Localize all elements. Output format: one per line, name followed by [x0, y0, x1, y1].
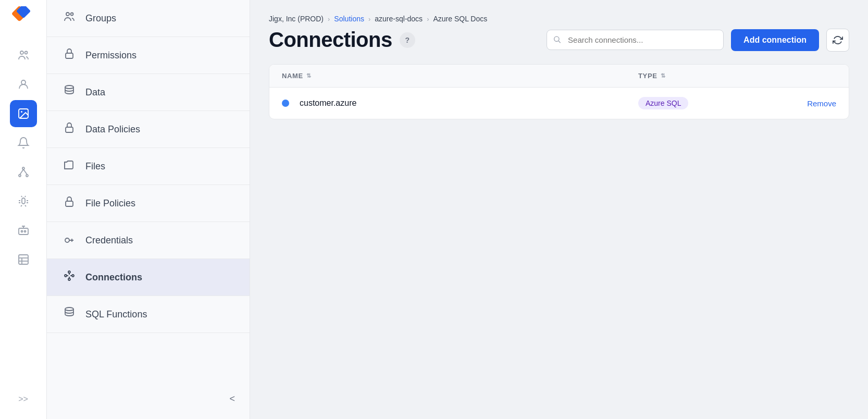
sidebar-item-data-policies[interactable]: Data Policies [47, 111, 250, 148]
bell-icon[interactable] [10, 129, 37, 156]
sidebar-collapse-button[interactable]: < [225, 389, 239, 409]
groups-icon [61, 10, 77, 26]
svg-point-20 [71, 13, 73, 16]
col-name-header[interactable]: NAME ⇅ [282, 72, 638, 80]
sidebar-item-groups[interactable]: Groups [47, 0, 250, 37]
svg-point-26 [65, 275, 67, 277]
users-icon[interactable] [10, 42, 37, 69]
search-icon [553, 35, 561, 45]
file-policies-icon [61, 195, 77, 211]
svg-point-34 [65, 307, 73, 311]
svg-point-22 [65, 85, 73, 89]
svg-point-4 [21, 80, 26, 84]
svg-point-8 [19, 175, 21, 177]
sidebar-item-sql-functions[interactable]: SQL Functions [47, 296, 250, 333]
type-badge: Azure SQL [638, 97, 688, 109]
svg-point-7 [22, 167, 24, 169]
table-row: customer.azure Azure SQL Remove [269, 88, 849, 119]
sidebar: Groups Permissions Data Data Policies [47, 0, 250, 419]
sidebar-data-label: Data [85, 87, 105, 98]
robot-icon[interactable] [10, 217, 37, 244]
page-title: Connections [269, 28, 392, 52]
sidebar-file-policies-label: File Policies [85, 198, 135, 209]
breadcrumb-azure-sql-docs: azure-sql-docs [375, 15, 423, 23]
sidebar-files-label: Files [85, 161, 105, 172]
breadcrumb: Jigx, Inc (PROD) › Solutions › azure-sql… [269, 15, 849, 23]
svg-point-13 [21, 231, 22, 232]
person-icon[interactable] [10, 71, 37, 98]
data-policies-icon [61, 121, 77, 137]
connection-name: customer.azure [300, 98, 356, 108]
name-sort-icon: ⇅ [306, 72, 312, 79]
expand-icon[interactable]: >> [10, 386, 37, 413]
search-box [547, 30, 724, 50]
add-connection-button[interactable]: Add connection [731, 29, 819, 51]
svg-point-9 [26, 175, 28, 177]
svg-line-36 [559, 41, 561, 43]
help-icon[interactable]: ? [400, 32, 415, 48]
svg-point-27 [68, 271, 70, 273]
svg-line-10 [20, 169, 23, 175]
svg-rect-21 [66, 53, 73, 58]
svg-rect-23 [66, 127, 73, 132]
svg-point-6 [21, 111, 22, 113]
sidebar-item-connections[interactable]: Connections [47, 259, 250, 296]
app-logo[interactable] [12, 6, 35, 31]
svg-point-2 [20, 51, 23, 54]
hierarchy-icon[interactable] [10, 158, 37, 186]
connection-type-cell: Azure SQL [638, 97, 774, 109]
search-input[interactable] [547, 30, 724, 50]
permissions-icon [61, 47, 77, 63]
svg-point-19 [66, 13, 69, 16]
image-icon[interactable] [10, 100, 37, 127]
sidebar-groups-label: Groups [85, 13, 116, 24]
svg-point-28 [72, 275, 74, 277]
svg-rect-12 [19, 228, 28, 235]
data-icon [61, 84, 77, 100]
breadcrumb-sep-3: › [427, 15, 429, 23]
connection-status-indicator [282, 100, 289, 107]
table-header: NAME ⇅ TYPE ⇅ [269, 65, 849, 88]
sidebar-item-credentials[interactable]: Credentials [47, 222, 250, 259]
main-content: Jigx, Inc (PROD) › Solutions › azure-sql… [250, 0, 868, 419]
breadcrumb-azure-sql-docs-label: Azure SQL Docs [433, 15, 487, 23]
sidebar-item-file-policies[interactable]: File Policies [47, 185, 250, 222]
col-type-header[interactable]: TYPE ⇅ [638, 72, 774, 80]
sidebar-connections-label: Connections [85, 272, 142, 283]
credentials-icon [61, 232, 77, 248]
table-icon[interactable] [10, 246, 37, 273]
svg-point-25 [65, 238, 69, 242]
svg-line-11 [23, 169, 27, 175]
files-icon [61, 158, 77, 174]
sidebar-item-files[interactable]: Files [47, 148, 250, 185]
sql-functions-icon [61, 306, 77, 322]
svg-point-14 [24, 231, 26, 232]
icon-bar: >> [0, 0, 47, 419]
bug-icon[interactable] [10, 188, 37, 215]
sidebar-sql-functions-label: SQL Functions [85, 309, 147, 320]
breadcrumb-root: Jigx, Inc (PROD) [269, 15, 324, 23]
remove-button[interactable]: Remove [807, 99, 836, 108]
sidebar-data-policies-label: Data Policies [85, 124, 140, 135]
connections-icon [61, 269, 77, 285]
connection-name-cell: customer.azure [282, 98, 638, 108]
breadcrumb-sep-2: › [368, 15, 370, 23]
sidebar-credentials-label: Credentials [85, 235, 133, 246]
type-sort-icon: ⇅ [661, 72, 666, 79]
connection-actions-cell: Remove [774, 99, 836, 108]
svg-rect-15 [19, 255, 28, 264]
svg-rect-24 [66, 201, 73, 206]
sidebar-permissions-label: Permissions [85, 50, 137, 61]
svg-point-3 [24, 52, 27, 54]
breadcrumb-sep-1: › [328, 15, 330, 23]
sidebar-item-data[interactable]: Data [47, 74, 250, 111]
sidebar-item-permissions[interactable]: Permissions [47, 37, 250, 74]
breadcrumb-solutions[interactable]: Solutions [334, 15, 364, 23]
connections-table: NAME ⇅ TYPE ⇅ customer.azure Azure SQL R… [269, 64, 849, 119]
svg-point-29 [68, 278, 70, 280]
header-row: Connections ? Add connection [269, 28, 849, 52]
svg-point-35 [554, 36, 559, 41]
refresh-button[interactable] [826, 29, 849, 52]
